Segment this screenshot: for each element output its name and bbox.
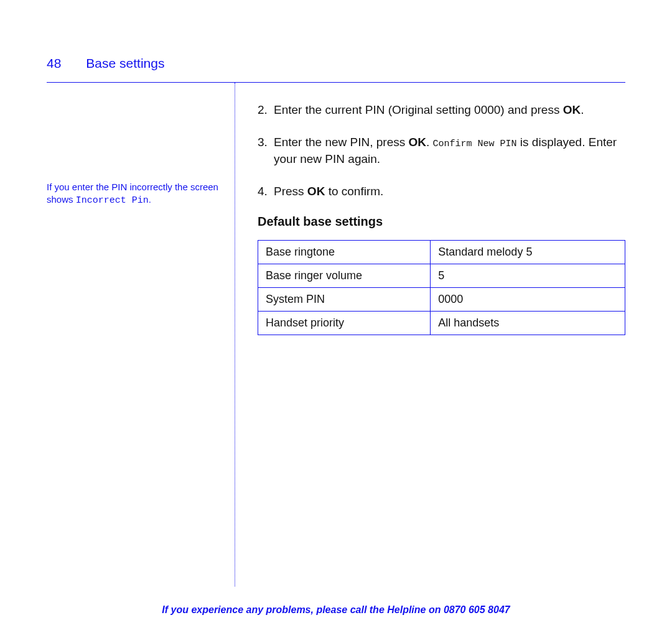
content-columns: If you enter the PIN incorrectly the scr… bbox=[47, 83, 625, 586]
step-3: 3. Enter the new PIN, press OK. Confirm … bbox=[258, 134, 625, 168]
cell-value: 5 bbox=[431, 264, 625, 288]
page: 48 Base settings If you enter the PIN in… bbox=[0, 0, 672, 633]
step-body: Enter the new PIN, press OK. Confirm New… bbox=[274, 134, 625, 168]
subheading: Default base settings bbox=[258, 215, 625, 229]
settings-table: Base ringtone Standard melody 5 Base rin… bbox=[258, 240, 625, 335]
sidenote-mono: Incorrect Pin bbox=[76, 195, 149, 206]
cell-value: Standard melody 5 bbox=[431, 241, 625, 264]
table-row: Handset priority All handsets bbox=[258, 312, 625, 335]
cell-value: All handsets bbox=[431, 312, 625, 335]
page-number: 48 bbox=[47, 56, 61, 71]
sidenote-suffix: . bbox=[149, 194, 151, 205]
page-header: 48 Base settings bbox=[47, 56, 625, 71]
cell-label: System PIN bbox=[258, 288, 431, 312]
footer: If you experience any problems, please c… bbox=[0, 604, 672, 616]
cell-label: Base ringer volume bbox=[258, 264, 431, 288]
cell-label: Base ringtone bbox=[258, 241, 431, 264]
step-body: Press OK to confirm. bbox=[274, 183, 625, 200]
section-title: Base settings bbox=[86, 56, 164, 71]
right-column: 2. Enter the current PIN (Original setti… bbox=[235, 83, 625, 586]
cell-label: Handset priority bbox=[258, 312, 431, 335]
footer-text: If you experience any problems, please c… bbox=[162, 604, 444, 615]
step-body: Enter the current PIN (Original setting … bbox=[274, 101, 625, 119]
table-row: Base ringer volume 5 bbox=[258, 264, 625, 288]
step-num: 3. bbox=[258, 134, 274, 168]
left-column: If you enter the PIN incorrectly the scr… bbox=[47, 83, 235, 586]
cell-value: 0000 bbox=[431, 288, 625, 312]
step-2: 2. Enter the current PIN (Original setti… bbox=[258, 101, 625, 119]
footer-phone: 0870 605 8047 bbox=[444, 604, 510, 615]
table-row: Base ringtone Standard melody 5 bbox=[258, 241, 625, 264]
step-4: 4. Press OK to confirm. bbox=[258, 183, 625, 200]
step-num: 4. bbox=[258, 183, 274, 200]
table-row: System PIN 0000 bbox=[258, 288, 625, 312]
sidenote: If you enter the PIN incorrectly the scr… bbox=[47, 181, 220, 208]
step-num: 2. bbox=[258, 101, 274, 119]
